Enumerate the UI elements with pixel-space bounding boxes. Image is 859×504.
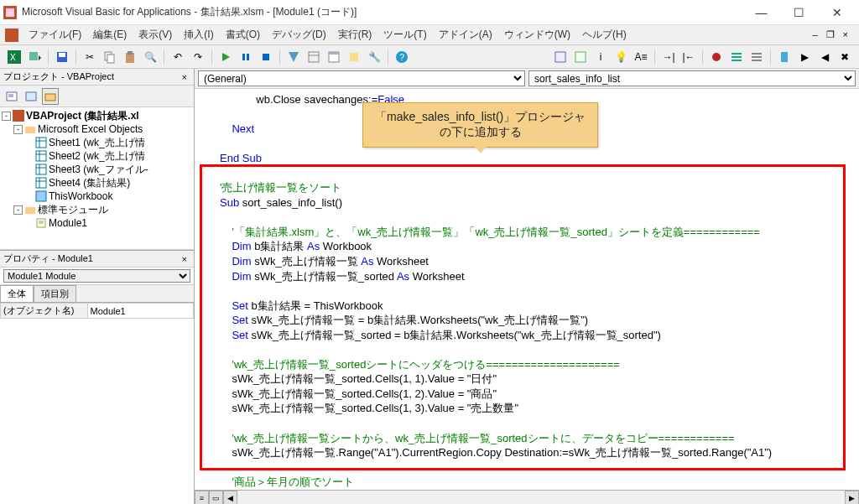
paste-button[interactable]: [121, 48, 139, 66]
undo-button[interactable]: ↶: [169, 48, 187, 66]
menu-addins[interactable]: アドイン(A): [434, 26, 497, 44]
horizontal-scrollbar[interactable]: ≡ ▭ ◀ ▶: [195, 490, 859, 504]
save-button[interactable]: [53, 48, 71, 66]
scroll-left-button[interactable]: ◀: [223, 491, 237, 504]
view-code-button[interactable]: [3, 88, 20, 105]
project-pane-toolbar: [0, 86, 194, 107]
toolbar: X ✂ 🔍 ↶ ↷ 🔧 ? i 💡 A≡ →| |← ▶ ◀ ✖: [0, 45, 859, 69]
mdi-minimize-button[interactable]: –: [810, 29, 820, 41]
object-dropdown[interactable]: (General): [198, 70, 525, 86]
full-module-view-button[interactable]: ≡: [195, 491, 209, 504]
properties-button[interactable]: [325, 48, 343, 66]
svg-rect-25: [575, 52, 586, 62]
copy-button[interactable]: [101, 48, 119, 66]
list-constants-button[interactable]: [571, 48, 590, 66]
properties-grid[interactable]: (オブジェクト名) Module1: [0, 302, 194, 504]
code-editor[interactable]: 「make_sales_info_list()」プロシージャの下に追加する wb…: [195, 89, 859, 490]
scroll-track[interactable]: [237, 491, 845, 504]
menu-debug[interactable]: デバッグ(D): [267, 26, 331, 44]
scroll-right-button[interactable]: ▶: [845, 491, 859, 504]
code-dropdowns: (General) sort_sales_info_list: [195, 69, 859, 89]
breakpoint-button[interactable]: [707, 48, 726, 66]
procedure-view-button[interactable]: ▭: [209, 491, 223, 504]
svg-rect-29: [731, 60, 742, 61]
project-explorer-button[interactable]: [305, 48, 323, 66]
design-mode-button[interactable]: [284, 48, 303, 66]
svg-rect-28: [731, 56, 742, 58]
properties-pane-close-button[interactable]: ×: [179, 254, 190, 264]
menu-edit[interactable]: 編集(E): [88, 26, 132, 44]
tree-thisworkbook[interactable]: ThisWorkbook: [49, 190, 112, 202]
tree-sheet1[interactable]: Sheet1 (wk_売上げ情: [49, 136, 145, 150]
bookmark-button[interactable]: [775, 48, 794, 66]
run-button[interactable]: [216, 48, 235, 66]
insert-dropdown-button[interactable]: [25, 48, 44, 66]
tree-sheet4[interactable]: Sheet4 (集計結果): [49, 176, 130, 190]
svg-rect-37: [26, 92, 36, 101]
cut-button[interactable]: ✂: [81, 48, 99, 66]
menu-run[interactable]: 実行(R): [333, 26, 377, 44]
svg-rect-47: [36, 164, 46, 174]
tree-sheet3[interactable]: Sheet3 (wk_ファイル-: [49, 163, 148, 177]
menu-help[interactable]: ヘルプ(H): [577, 26, 632, 44]
toggle-folders-button[interactable]: [42, 88, 59, 105]
tree-project-root[interactable]: VBAProject (集計結果.xl: [26, 109, 139, 123]
prev-bookmark-button[interactable]: ◀: [815, 48, 834, 66]
object-browser-button[interactable]: [345, 48, 363, 66]
next-bookmark-button[interactable]: ▶: [795, 48, 814, 66]
svg-rect-53: [36, 191, 46, 201]
toolbox-button[interactable]: 🔧: [365, 48, 383, 66]
properties-tab-all[interactable]: 全体: [0, 285, 34, 302]
comment-block-button[interactable]: [727, 48, 746, 66]
uncomment-block-button[interactable]: [747, 48, 766, 66]
close-button[interactable]: ✕: [818, 0, 856, 25]
properties-tab-categorized[interactable]: 項目別: [34, 285, 76, 302]
sheet-icon: [35, 150, 47, 162]
menu-file[interactable]: ファイル(F): [23, 26, 86, 44]
procedure-dropdown[interactable]: sort_sales_info_list: [528, 70, 856, 86]
prop-name-value[interactable]: Module1: [87, 304, 194, 319]
svg-rect-39: [13, 110, 24, 122]
find-button[interactable]: 🔍: [141, 48, 159, 66]
menu-window[interactable]: ウィンドウ(W): [499, 26, 575, 44]
tree-module1[interactable]: Module1: [49, 217, 87, 229]
view-excel-button[interactable]: X: [5, 48, 23, 66]
minimize-button[interactable]: —: [742, 0, 780, 25]
outdent-button[interactable]: |←: [679, 48, 698, 66]
list-properties-button[interactable]: [551, 48, 570, 66]
sheet-icon: [35, 177, 47, 189]
reset-button[interactable]: [257, 48, 275, 66]
vba-app-icon: [3, 6, 17, 19]
tree-collapse-icon[interactable]: -: [2, 112, 11, 121]
help-button[interactable]: ?: [393, 48, 411, 66]
parameter-info-button[interactable]: 💡: [612, 48, 630, 66]
view-object-button[interactable]: [23, 88, 39, 105]
menu-view[interactable]: 表示(V): [133, 26, 177, 44]
tree-modules-folder[interactable]: 標準モジュール: [38, 203, 108, 217]
menu-tools[interactable]: ツール(T): [378, 26, 431, 44]
project-tree[interactable]: -VBAProject (集計結果.xl -Microsoft Excel Ob…: [0, 107, 194, 250]
project-pane-close-button[interactable]: ×: [179, 72, 190, 82]
svg-point-26: [712, 53, 721, 61]
menu-format[interactable]: 書式(O): [221, 26, 265, 44]
menu-insert[interactable]: 挿入(I): [179, 26, 218, 44]
vba-small-icon: [5, 29, 18, 42]
folder-icon: [24, 123, 36, 135]
redo-button[interactable]: ↷: [189, 48, 207, 66]
mdi-close-button[interactable]: ×: [841, 29, 851, 41]
left-panel: プロジェクト - VBAProject × -VBAProject (集計結果.…: [0, 69, 195, 504]
tree-excel-objects[interactable]: Microsoft Excel Objects: [38, 123, 143, 135]
break-button[interactable]: [237, 48, 255, 66]
indent-button[interactable]: →|: [659, 48, 678, 66]
quick-info-button[interactable]: i: [591, 48, 610, 66]
maximize-button[interactable]: ☐: [780, 0, 818, 25]
tree-collapse-icon[interactable]: -: [13, 205, 23, 215]
svg-rect-27: [731, 53, 742, 55]
complete-word-button[interactable]: A≡: [632, 48, 650, 66]
svg-text:?: ?: [399, 52, 404, 62]
properties-object-select[interactable]: Module1 Module: [3, 269, 190, 283]
tree-collapse-icon[interactable]: -: [13, 125, 23, 134]
mdi-restore-button[interactable]: ❐: [824, 29, 837, 41]
tree-sheet2[interactable]: Sheet2 (wk_売上げ情: [49, 149, 145, 164]
clear-bookmarks-button[interactable]: ✖: [836, 48, 854, 66]
